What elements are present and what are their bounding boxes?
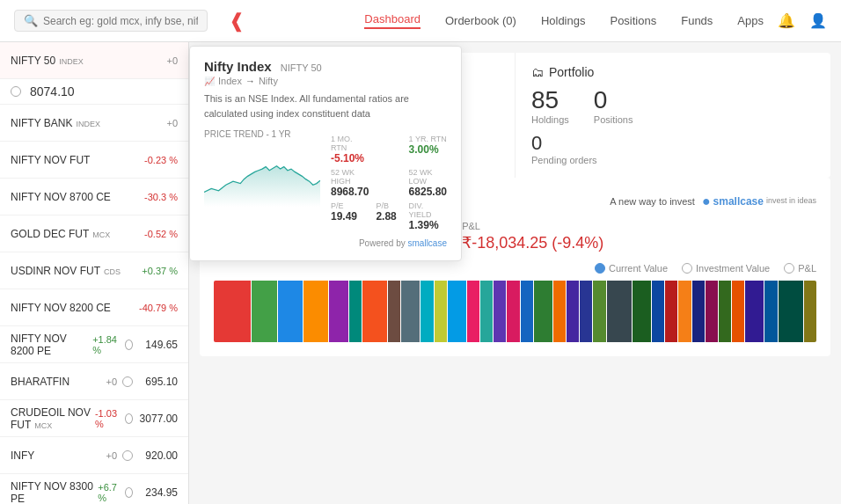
nav-funds[interactable]: Funds xyxy=(681,14,713,27)
search-container[interactable]: 🔍 xyxy=(14,10,208,32)
search-icon: 🔍 xyxy=(24,14,38,27)
treemap-cell xyxy=(745,281,764,342)
tooltip-description: This is an NSE Index. All fundamental ra… xyxy=(204,91,447,121)
portfolio-panel: 🗂 Portfolio 85 Holdings 0 Positions 0 Pe… xyxy=(516,53,830,178)
treemap-cell xyxy=(329,281,347,342)
treemap-cell xyxy=(252,281,276,342)
treemap-cell xyxy=(534,281,552,342)
treemap-cell xyxy=(214,281,251,342)
treemap-cell xyxy=(349,281,362,342)
chart-radio-group: Current Value Investment Value P&L xyxy=(214,263,816,274)
radio-pnl[interactable]: P&L xyxy=(784,263,816,274)
treemap-cell xyxy=(804,281,816,342)
treemap-cell xyxy=(401,281,420,342)
treemap-cell xyxy=(580,281,592,342)
nav-holdings[interactable]: Holdings xyxy=(541,14,586,27)
treemap-cell xyxy=(278,281,303,342)
stat-pb: P/B 2.88 xyxy=(376,201,401,231)
header-icons: 🔔 👤 xyxy=(778,12,827,29)
radio-filled-icon xyxy=(595,263,605,274)
treemap-cell xyxy=(362,281,387,342)
treemap-cell xyxy=(764,281,777,342)
treemap-cell xyxy=(553,281,566,342)
list-item[interactable]: NIFTY NOV FUT -0.23 % xyxy=(0,142,188,179)
nav-dashboard[interactable]: Dashboard xyxy=(364,12,420,29)
radio-current-value[interactable]: Current Value xyxy=(595,263,668,274)
list-item[interactable]: NIFTY BANKINDEX +0 xyxy=(0,105,188,142)
tooltip-title: Nifty Index NIFTY 50 xyxy=(204,59,322,74)
stat-1yr-rtn: 1 YR. RTN 3.00% xyxy=(409,135,447,164)
user-icon[interactable]: 👤 xyxy=(809,12,827,29)
tooltip-subtitle: 📈 Index → Nifty xyxy=(204,76,322,86)
radio-empty-icon xyxy=(682,263,692,274)
holdings-count: 85 Holdings xyxy=(531,86,569,125)
portfolio-title: 🗂 Portfolio xyxy=(531,65,815,79)
treemap-cell xyxy=(652,281,664,342)
list-item[interactable]: GOLD DEC FUTMCX -0.52 % xyxy=(0,215,188,252)
active-price: 8074.10 xyxy=(30,84,75,99)
tooltip-exchange: NIFTY 50 xyxy=(281,62,322,73)
treemap-cell xyxy=(732,281,744,342)
powered-by-label: Powered by smallcase xyxy=(204,238,447,248)
circle-icon xyxy=(122,376,133,387)
treemap-cell xyxy=(607,281,632,342)
stats-grid: 1 MO. RTN -5.10% 1 YR. RTN 3.00% 52 WK H… xyxy=(331,135,447,231)
price-trend-chart xyxy=(204,142,320,213)
treemap-cell xyxy=(435,281,447,342)
stat-div-yield: DIV. YIELD 1.39% xyxy=(409,201,447,231)
circle-icon xyxy=(125,340,133,350)
pnl-value: P&L ₹-18,034.25 (-9.4%) xyxy=(462,221,603,252)
header: 🔍 ❰ Dashboard Orderbook (0) Holdings Pos… xyxy=(0,0,841,42)
price-trend-label: PRICE TREND - 1 YR xyxy=(204,129,320,139)
treemap-cell xyxy=(567,281,579,342)
stat-pe: P/E 19.49 xyxy=(331,201,369,231)
search-input[interactable] xyxy=(43,15,198,27)
list-item[interactable]: USDINR NOV FUTCDS +0.37 % xyxy=(0,252,188,289)
treemap-cell xyxy=(593,281,605,342)
nav-positions[interactable]: Positions xyxy=(610,14,656,27)
treemap-cell xyxy=(779,281,803,342)
nav-apps[interactable]: Apps xyxy=(737,14,764,27)
watchlist-sidebar: NIFTY 50INDEX +0 8074.10 NIFTY BANKINDEX… xyxy=(0,42,189,504)
treemap-cell xyxy=(303,281,328,342)
stat-52wk-high: 52 WK HIGH 8968.70 xyxy=(331,168,369,198)
positions-count: 0 Positions xyxy=(594,86,633,125)
treemap-cell xyxy=(521,281,533,342)
treemap-cell xyxy=(388,281,400,342)
list-item[interactable]: NIFTY 50INDEX +0 xyxy=(0,42,188,79)
active-item-row[interactable]: 8074.10 xyxy=(0,79,188,105)
active-circle xyxy=(11,86,21,97)
radio-empty-icon2 xyxy=(784,263,794,274)
treemap-cell xyxy=(706,281,718,342)
list-item[interactable]: NIFTY NOV 8300 PE +6.7 % 234.95 xyxy=(0,474,188,504)
treemap-cell xyxy=(692,281,705,342)
treemap-cell xyxy=(665,281,677,342)
treemap-cell xyxy=(507,281,519,342)
smallcase-badge: A new way to invest ● smallcase invest i… xyxy=(610,194,816,209)
treemap-cell xyxy=(448,281,466,342)
list-item[interactable]: NIFTY NOV 8700 CE -30.3 % xyxy=(0,179,188,215)
circle-icon xyxy=(122,450,133,461)
radio-investment-value[interactable]: Investment Value xyxy=(682,263,770,274)
treemap-cell xyxy=(719,281,731,342)
list-item[interactable]: BHARATFIN +0 695.10 xyxy=(0,363,188,400)
treemap-cell xyxy=(494,281,506,342)
treemap-cell xyxy=(678,281,691,342)
nav-orderbook[interactable]: Orderbook (0) xyxy=(445,14,516,27)
stat-1mo-rtn: 1 MO. RTN -5.10% xyxy=(331,135,369,164)
list-item[interactable]: INFY +0 920.00 xyxy=(0,437,188,474)
treemap-cell xyxy=(467,281,479,342)
smallcase-icon: ● xyxy=(702,194,711,209)
main-layout: NIFTY 50INDEX +0 8074.10 NIFTY BANKINDEX… xyxy=(0,42,841,504)
circle-icon xyxy=(125,487,133,498)
chart-up-icon: 📈 xyxy=(204,77,215,86)
logo: ❰ xyxy=(229,10,245,33)
treemap-cell xyxy=(633,281,651,342)
bell-icon[interactable]: 🔔 xyxy=(778,12,795,29)
list-item[interactable]: NIFTY NOV 8200 PE +1.84 % 149.65 xyxy=(0,326,188,363)
list-item[interactable]: CRUDEOIL NOV FUTMCX -1.03 % 3077.00 xyxy=(0,400,188,437)
treemap-container xyxy=(214,281,816,342)
treemap-cell xyxy=(420,281,433,342)
list-item[interactable]: NIFTY NOV 8200 CE -40.79 % xyxy=(0,289,188,326)
circle-icon xyxy=(125,413,133,424)
